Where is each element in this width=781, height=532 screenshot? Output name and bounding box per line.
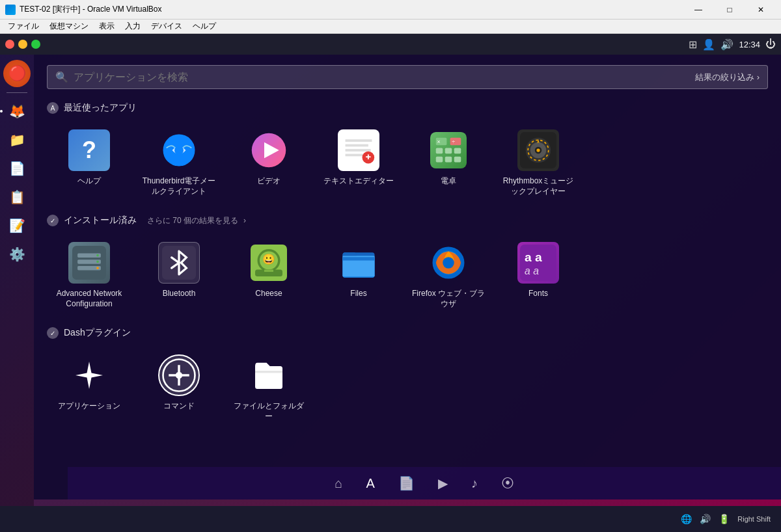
vm-window-buttons [5, 40, 40, 49]
app-bluetooth-icon [158, 242, 200, 284]
taskbar-battery-icon[interactable]: 🔋 [716, 511, 732, 527]
installed-apps-grid: Advanced Network Configuration Bluetooth [47, 234, 768, 317]
search-input[interactable] [74, 72, 695, 83]
app-network-config[interactable]: Advanced Network Configuration [47, 234, 131, 317]
chevron-right-icon: › [757, 72, 760, 82]
vm-volume-icon[interactable]: 🔊 [720, 38, 733, 51]
menu-file[interactable]: ファイル [3, 20, 44, 33]
titlebar-app-icon [5, 5, 16, 15]
app-help-label: ヘルプ [77, 176, 101, 187]
recent-check-icon: A [47, 102, 59, 114]
dock-item-doc1[interactable]: 📄 [4, 155, 30, 181]
app-cheese[interactable]: 😀 Cheese [226, 234, 311, 317]
vm-user-icon[interactable]: 👤 [702, 38, 715, 51]
minimize-button[interactable]: — [683, 0, 713, 20]
vm-clock: 12:34 [739, 40, 760, 49]
bottom-camera-icon[interactable]: ⦿ [496, 471, 519, 496]
vm-display-icon[interactable]: ⊞ [689, 38, 697, 51]
app-help[interactable]: ? ヘルプ [47, 122, 131, 204]
vm-topbar-right: ⊞ 👤 🔊 12:34 ⏻ [689, 38, 776, 51]
search-filter-label: 結果の絞り込み [695, 72, 754, 83]
svg-text:a a: a a [525, 265, 539, 276]
menu-vm[interactable]: 仮想マシン [44, 20, 94, 33]
svg-point-27 [536, 148, 540, 152]
more-results-arrow[interactable]: › [243, 216, 246, 225]
app-bluetooth[interactable]: Bluetooth [137, 234, 221, 317]
search-filter[interactable]: 結果の絞り込み › [695, 72, 760, 83]
vm-close-dot[interactable] [5, 40, 14, 49]
svg-rect-33 [96, 254, 98, 256]
dash-app-applications[interactable]: アプリケーション [47, 347, 131, 429]
svg-rect-17 [454, 148, 461, 154]
app-cheese-label: Cheese [255, 289, 282, 299]
app-files[interactable]: Files [316, 234, 401, 317]
titlebar-title: TEST-02 [実行中] - Oracle VM VirtualBox [20, 4, 683, 15]
app-rhythmbox[interactable]: Rhythmboxミュージックプレイヤー [496, 122, 581, 204]
svg-rect-34 [96, 261, 98, 263]
dock-item-doc2[interactable]: 📋 [4, 184, 30, 210]
menu-input[interactable]: 入力 [120, 20, 146, 33]
dock-item-doc3[interactable]: 📝 [4, 213, 30, 239]
svg-text:a a: a a [525, 250, 542, 264]
app-calculator[interactable]: × ÷ 電卓 [406, 122, 491, 204]
launcher-scroll[interactable]: A 最近使ったアプリ ? ヘルプ [47, 100, 768, 489]
app-text-editor[interactable]: テキストエディター [316, 122, 401, 204]
menu-devices[interactable]: デバイス [146, 20, 187, 33]
svg-text:÷: ÷ [452, 139, 455, 145]
svg-rect-16 [445, 148, 452, 154]
titlebar: TEST-02 [実行中] - Oracle VM VirtualBox — □… [0, 0, 781, 20]
app-fonts-icon: a a a a [517, 242, 559, 284]
more-results-link[interactable]: さらに 70 個の結果を見る [147, 215, 238, 226]
bottom-home-icon[interactable]: ⌂ [329, 471, 348, 496]
menu-view[interactable]: 表示 [94, 20, 120, 33]
launcher: 🔍 結果の絞り込み › A 最近使ったアプリ ? [34, 55, 781, 499]
svg-point-1 [174, 146, 184, 155]
bottom-music-icon[interactable]: ♪ [466, 471, 483, 496]
app-help-icon: ? [68, 129, 110, 171]
close-button[interactable]: ✕ [746, 0, 776, 20]
maximize-button[interactable]: □ [715, 0, 745, 20]
svg-text:😀: 😀 [262, 253, 275, 265]
svg-rect-8 [346, 154, 364, 157]
dash-section-header: ✓ Dashプラグイン [47, 327, 768, 339]
app-firefox-icon [428, 242, 469, 284]
app-thunderbird-icon [158, 129, 200, 171]
app-fonts[interactable]: a a a a Fonts [496, 234, 581, 317]
menu-help[interactable]: ヘルプ [187, 20, 221, 33]
dash-command-label: コマンド [163, 401, 195, 412]
app-video-icon [248, 129, 290, 171]
app-files-label: Files [350, 289, 366, 299]
search-icon: 🔍 [55, 71, 68, 83]
dock-item-files[interactable]: 📁 [4, 127, 30, 153]
bottom-apps-icon[interactable]: A [361, 471, 379, 496]
dash-app-command[interactable]: コマンド [137, 347, 221, 429]
recent-section-title: 最近使ったアプリ [64, 102, 137, 114]
vm-window: ⊞ 👤 🔊 12:34 ⏻ 🔴 🦊 📁 📄 📋 [0, 34, 781, 532]
vm-maximize-dot[interactable] [31, 40, 40, 49]
taskbar-volume-icon[interactable]: 🔊 [697, 511, 713, 527]
bottom-video-icon[interactable]: ▶ [433, 470, 453, 496]
app-network-config-icon [68, 242, 110, 284]
recent-apps-grid: ? ヘルプ [47, 122, 768, 204]
app-thunderbird[interactable]: Thunderbird電子メールクライアント [137, 122, 221, 204]
vm-power-icon[interactable]: ⏻ [765, 38, 776, 50]
dock-item-settings[interactable]: ⚙️ [4, 241, 30, 267]
dash-apps-grid: アプリケーション コマンド [47, 347, 768, 429]
app-thunderbird-label: Thunderbird電子メールクライアント [142, 176, 216, 196]
taskbar-network-icon[interactable]: 🌐 [678, 511, 694, 527]
svg-point-50 [443, 257, 454, 269]
vm-minimize-dot[interactable] [18, 40, 27, 49]
app-firefox-label: Firefox ウェブ・ブラウザ [411, 289, 486, 309]
win-taskbar: 🌐 🔊 🔋 Right Shift [0, 506, 781, 532]
dock-item-firefox[interactable]: 🦊 [4, 98, 30, 124]
vm-topbar: ⊞ 👤 🔊 12:34 ⏻ [0, 34, 781, 55]
svg-rect-35 [96, 267, 98, 269]
app-firefox[interactable]: Firefox ウェブ・ブラウザ [406, 234, 491, 317]
dash-app-files[interactable]: ファイルとフォルダー [226, 347, 311, 429]
app-network-config-label: Advanced Network Configuration [52, 289, 126, 309]
app-video[interactable]: ビデオ [226, 122, 311, 204]
app-text-editor-label: テキストエディター [323, 176, 394, 187]
dock-divider [7, 92, 27, 93]
dock-ubuntu-button[interactable]: 🔴 [3, 60, 31, 87]
bottom-files-icon[interactable]: 📄 [393, 470, 420, 496]
